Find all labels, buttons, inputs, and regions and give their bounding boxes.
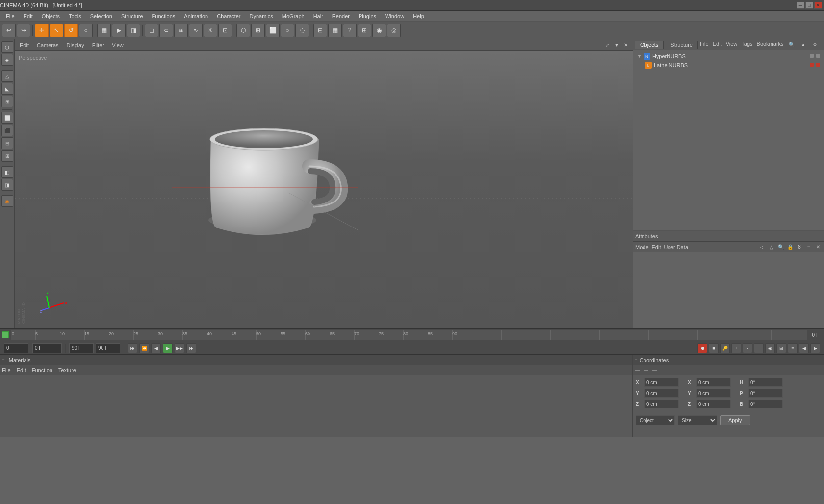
object-mode-button[interactable]: ○: [79, 24, 93, 37]
menu-render[interactable]: Render: [328, 12, 354, 20]
coord-b-input[interactable]: [748, 400, 783, 408]
total-frame-input[interactable]: [96, 343, 120, 353]
end-frame-input[interactable]: [69, 343, 94, 353]
tab-structure[interactable]: Structure: [666, 41, 698, 49]
vp-expand-icon[interactable]: ⤢: [603, 41, 611, 49]
mat-function-btn[interactable]: Function: [32, 367, 52, 373]
lathe-nurbs-item[interactable]: L Lathe NURBS: [635, 61, 822, 70]
attr-search-icon[interactable]: 🔍: [777, 243, 785, 251]
plus-key-button[interactable]: +: [731, 343, 741, 353]
lasso-selection-button[interactable]: ◌: [295, 24, 309, 37]
close-button[interactable]: ✕: [814, 2, 822, 9]
timeline-ruler[interactable]: 0 5 10 15 20 25 30 35 40 45 50 55 60 65 …: [11, 330, 807, 340]
menu-objects[interactable]: Objects: [38, 12, 64, 20]
vp-cameras-btn[interactable]: Cameras: [35, 42, 61, 48]
coord-z-size-input[interactable]: [696, 400, 731, 408]
vp-filter-btn[interactable]: Filter: [90, 42, 106, 48]
prev-frame-button[interactable]: ◀: [151, 343, 161, 353]
menu-plugins[interactable]: Plugins: [355, 12, 380, 20]
attr-more-icon[interactable]: ≡: [805, 243, 813, 251]
attr-close-icon[interactable]: ✕: [814, 243, 822, 251]
redo-button[interactable]: ↪: [17, 24, 30, 37]
mat-file-btn[interactable]: File: [2, 367, 11, 373]
minus-key-button[interactable]: -: [743, 343, 752, 353]
obj-view-btn[interactable]: View: [726, 41, 738, 49]
menu-selection[interactable]: Selection: [86, 12, 116, 20]
attr-edit-btn[interactable]: Edit: [652, 244, 661, 250]
menu-help[interactable]: Help: [409, 12, 428, 20]
coord-p-input[interactable]: [748, 389, 783, 398]
create-deformer-button[interactable]: ≋: [174, 24, 188, 37]
attr-left-icon[interactable]: ◁: [758, 243, 766, 251]
attr-userdata-btn[interactable]: User Data: [664, 244, 689, 250]
mat-edit-btn[interactable]: Edit: [17, 367, 26, 373]
vp-edit-btn[interactable]: Edit: [18, 42, 31, 48]
pb-extra-1[interactable]: ◉: [765, 343, 775, 353]
minimize-button[interactable]: ─: [797, 2, 804, 9]
scale-tool-button[interactable]: ⤡: [50, 24, 63, 37]
apply-button[interactable]: Apply: [720, 415, 750, 425]
next-frame-button[interactable]: ▶▶: [175, 343, 184, 353]
current-frame-input[interactable]: [4, 343, 28, 353]
menu-dynamics[interactable]: Dynamics: [246, 12, 277, 20]
maximize-button[interactable]: □: [805, 2, 813, 9]
globe-button[interactable]: ◉: [372, 24, 386, 37]
rotate-tool-button[interactable]: ↺: [64, 24, 78, 37]
pb-extra-2[interactable]: ⊞: [776, 343, 786, 353]
mat-texture-btn[interactable]: Texture: [58, 367, 76, 373]
tab-objects[interactable]: Objects: [635, 41, 664, 49]
circle-selection-button[interactable]: ○: [281, 24, 294, 37]
calc-button[interactable]: ⊞: [358, 24, 371, 37]
rect-selection-button[interactable]: ⬜: [266, 24, 280, 37]
attr-num-icon[interactable]: 8: [796, 243, 803, 251]
create-primitive-button[interactable]: ◻: [145, 24, 158, 37]
vp-display-btn[interactable]: Display: [65, 42, 86, 48]
frame-input-2[interactable]: [32, 343, 62, 353]
create-spline-button[interactable]: ∿: [189, 24, 203, 37]
menu-functions[interactable]: Functions: [148, 12, 180, 20]
goto-end-button[interactable]: ⏭: [186, 343, 196, 353]
selection-button[interactable]: ⬡: [236, 24, 250, 37]
play-button[interactable]: ▶: [163, 343, 173, 353]
obj-bookmarks-btn[interactable]: Bookmarks: [757, 41, 784, 49]
info-button[interactable]: ?: [343, 24, 357, 37]
left-tool-5[interactable]: ⊞: [1, 96, 13, 107]
menu-hair[interactable]: Hair: [309, 12, 327, 20]
vp-down-icon[interactable]: ▼: [613, 41, 620, 49]
menu-window[interactable]: Window: [381, 12, 408, 20]
coord-h-input[interactable]: [748, 378, 783, 387]
goto-start-button[interactable]: ⏮: [128, 343, 137, 353]
record-button[interactable]: ⏺: [697, 343, 707, 353]
coord-y-pos-input[interactable]: [644, 389, 679, 398]
obj-search-icon[interactable]: 🔍: [788, 41, 796, 49]
left-tool-3[interactable]: △: [1, 70, 13, 82]
left-tool-7[interactable]: ⬛: [1, 125, 13, 136]
vp-close-icon[interactable]: ✕: [622, 41, 630, 49]
pb-extra-3[interactable]: ≡: [788, 343, 798, 353]
live-selection-button[interactable]: ⊞: [251, 24, 265, 37]
menu-edit[interactable]: Edit: [20, 12, 37, 20]
left-tool-10[interactable]: ◧: [1, 166, 13, 178]
menu-mograph[interactable]: MoGraph: [278, 12, 309, 20]
attr-up-icon[interactable]: △: [768, 243, 775, 251]
key-button[interactable]: 🔑: [720, 343, 730, 353]
coord-x-size-input[interactable]: [696, 378, 731, 387]
menu-animation[interactable]: Animation: [180, 12, 212, 20]
hypernurbs-item[interactable]: ▼ N HyperNURBS: [635, 52, 822, 61]
coord-mode-dropdown[interactable]: Object: [636, 415, 675, 425]
create-camera-button[interactable]: ⊡: [218, 24, 232, 37]
render-button[interactable]: ▶: [112, 24, 126, 37]
coord-size-dropdown[interactable]: Size: [678, 415, 717, 425]
left-tool-6[interactable]: ⬜: [1, 112, 13, 124]
coord-y-size-input[interactable]: [696, 389, 731, 398]
pb-extra-5[interactable]: ▶: [810, 343, 820, 353]
menu-character[interactable]: Character: [213, 12, 244, 20]
undo-button[interactable]: ↩: [2, 24, 16, 37]
menu-structure[interactable]: Structure: [117, 12, 147, 20]
menu-tools[interactable]: Tools: [65, 12, 85, 20]
left-tool-11[interactable]: ◨: [1, 179, 13, 191]
vp-view-btn[interactable]: View: [110, 42, 126, 48]
3d-viewport[interactable]: Perspective: [15, 51, 633, 328]
left-tool-4[interactable]: ◣: [1, 83, 13, 95]
obj-edit-btn[interactable]: Edit: [713, 41, 722, 49]
